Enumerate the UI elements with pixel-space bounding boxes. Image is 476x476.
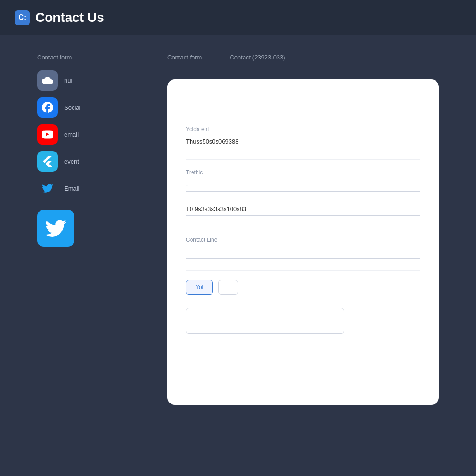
form-textarea-group	[186, 306, 420, 336]
social-label-twitter: Email	[64, 185, 79, 192]
form-input-field3[interactable]	[186, 203, 420, 216]
page-title: Contact Us	[35, 10, 104, 25]
form-btn-yol[interactable]: Yol	[186, 280, 213, 295]
form-btn-empty[interactable]	[218, 280, 238, 295]
form-label-field2: Trethic	[186, 169, 420, 176]
main-content: Contact form null Social	[0, 35, 476, 423]
social-label-facebook: Social	[64, 104, 80, 111]
social-label-youtube: email	[64, 131, 79, 138]
form-contact-id: Contact (23923-033)	[230, 54, 285, 61]
form-label-field4: Contact Line	[186, 237, 420, 243]
social-label-flutter: event	[64, 158, 79, 165]
form-textarea[interactable]	[186, 308, 344, 334]
sidebar-section-title: Contact form	[37, 54, 149, 61]
form-input-field1[interactable]	[186, 135, 420, 148]
form-area: Contact form Contact (23923-033) Yolda e…	[167, 54, 439, 405]
social-item-facebook[interactable]: Social	[37, 97, 149, 118]
social-item-youtube[interactable]: email	[37, 124, 149, 145]
form-group-field1: Yolda ent	[186, 126, 420, 148]
flutter-icon	[37, 151, 58, 172]
app-logo: C:	[15, 10, 30, 25]
form-label-field1: Yolda ent	[186, 126, 420, 132]
form-divider-1	[186, 159, 420, 160]
social-list: null Social email	[37, 70, 149, 198]
social-item-cloud[interactable]: null	[37, 70, 149, 91]
social-item-flutter[interactable]: event	[37, 151, 149, 172]
form-divider-3	[186, 270, 420, 271]
header: C: Contact Us	[0, 0, 476, 35]
form-group-field3	[186, 203, 420, 216]
social-label-cloud: null	[64, 77, 73, 84]
form-card: Yolda ent Trethic - Contact Line	[167, 79, 439, 405]
sidebar: Contact form null Social	[37, 54, 149, 405]
form-input-field4[interactable]	[186, 246, 420, 259]
youtube-icon	[37, 124, 58, 145]
form-divider-2	[186, 227, 420, 227]
form-button-row: Yol	[186, 280, 420, 295]
social-item-twitter-small[interactable]: Email	[37, 178, 149, 198]
form-group-field2: Trethic -	[186, 169, 420, 192]
form-section-label: Contact form	[167, 54, 202, 61]
form-group-field4: Contact Line	[186, 237, 420, 259]
twitter-large-button[interactable]	[37, 210, 74, 247]
twitter-small-icon	[37, 178, 58, 198]
facebook-icon	[37, 97, 58, 118]
cloud-icon	[37, 70, 58, 91]
